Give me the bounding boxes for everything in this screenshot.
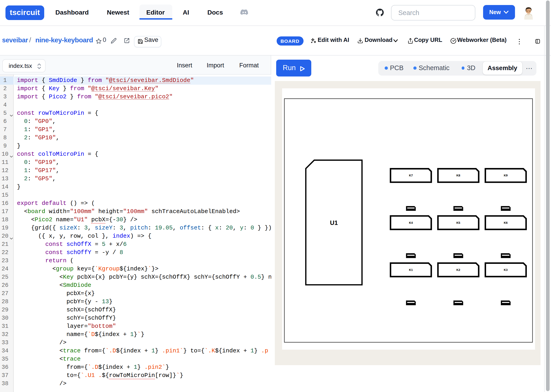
svg-text:K5: K5 [457, 221, 460, 224]
svg-text:K8: K8 [457, 174, 460, 177]
svg-text:K9: K9 [504, 174, 508, 177]
svg-text:K1: K1 [409, 268, 413, 271]
svg-text:K4: K4 [409, 221, 413, 224]
svg-text:K6: K6 [504, 221, 508, 224]
svg-text:K2: K2 [457, 268, 460, 271]
svg-text:K3: K3 [504, 268, 508, 271]
svg-text:U1: U1 [330, 219, 338, 226]
svg-text:K7: K7 [409, 174, 413, 177]
